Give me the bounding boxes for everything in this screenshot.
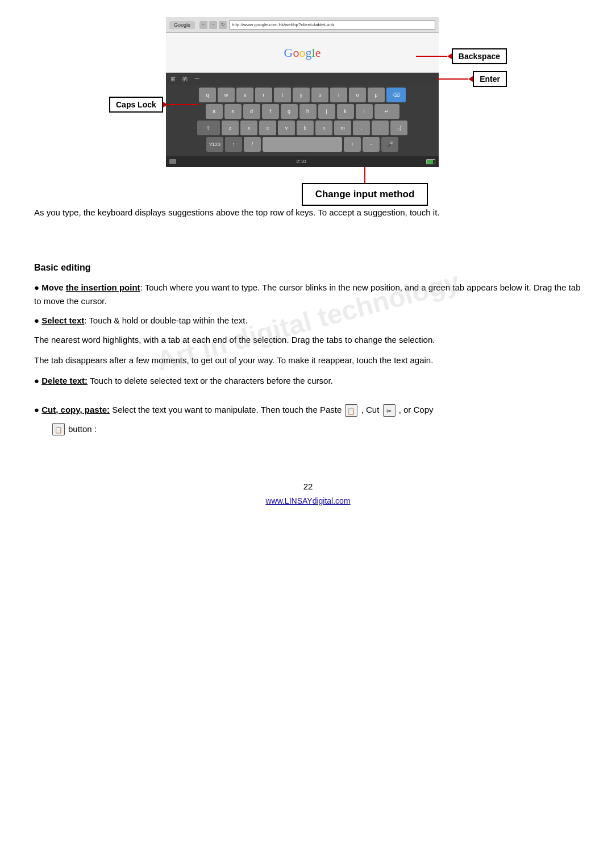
backspace-arrow-head [447, 53, 452, 59]
suggestion-1[interactable]: 前 [170, 76, 176, 83]
key-row-2: a s d f g h j k l ↵ [168, 104, 436, 119]
copy-button-line: 📋 button : [51, 422, 582, 436]
key-row-1: q w e r t y u i o p ⌫ [168, 88, 436, 102]
change-input-arrow-line [364, 167, 365, 183]
key-z[interactable]: z [222, 121, 239, 135]
key-q[interactable]: q [199, 88, 216, 102]
key-mic[interactable]: 🎤 [381, 137, 398, 152]
key-i[interactable]: i [330, 88, 347, 102]
key-v[interactable]: v [278, 121, 295, 135]
caps-lock-label: Caps Lock [109, 97, 163, 113]
key-h[interactable]: h [299, 104, 317, 119]
key-m[interactable]: m [334, 121, 351, 135]
key-y[interactable]: y [293, 88, 310, 102]
suggestion-2[interactable]: 的 [182, 76, 188, 83]
key-exclaim[interactable]: ! [344, 137, 361, 152]
key-dash[interactable]: - [363, 137, 380, 152]
cut-icon: ✂ [383, 404, 396, 417]
key-w[interactable]: w [218, 88, 235, 102]
backspace-arrow [416, 53, 452, 59]
key-comma[interactable]: , [353, 121, 370, 135]
term-insertion-point: the insertion point [66, 283, 140, 292]
suggestion-bar: 前 的 一 [166, 73, 439, 85]
caps-lock-label-group: Caps Lock [109, 97, 199, 113]
key-r[interactable]: r [255, 88, 272, 102]
key-t[interactable]: t [274, 88, 291, 102]
key-lang[interactable]: ↑ [225, 137, 242, 152]
wifi-icon [169, 159, 176, 164]
key-slash[interactable]: / [244, 137, 261, 152]
key-backspace[interactable]: ⌫ [386, 88, 406, 102]
key-space[interactable] [263, 137, 342, 152]
key-n[interactable]: n [315, 121, 332, 135]
cut-middle-text: , Cut [361, 405, 382, 414]
caps-arrow-head [163, 102, 168, 107]
forward-button[interactable]: → [209, 21, 217, 29]
key-x[interactable]: x [240, 121, 257, 135]
keyboard-diagram-wrapper: Google ← → ↻ http://www.google.com.hk/we… [34, 17, 582, 206]
key-row-3: ⇧ z x c v b n m , . :-) [168, 121, 436, 135]
bullet-delete-rest: Touch to delete selected text or the cha… [88, 376, 333, 385]
key-u[interactable]: u [311, 88, 328, 102]
key-emoji[interactable]: :-) [390, 121, 407, 135]
copy-icon: 📋 [52, 423, 65, 435]
key-f[interactable]: f [262, 104, 279, 119]
battery-icon [426, 159, 435, 164]
section-heading-basic-editing: Basic editing [34, 263, 582, 273]
key-k[interactable]: k [337, 104, 354, 119]
key-s[interactable]: s [224, 104, 242, 119]
keyboard-and-labels: Google ← → ↻ http://www.google.com.hk/we… [109, 17, 507, 167]
google-logo: Google [284, 45, 321, 60]
bullet-delete-text: Delete text: Touch to delete selected te… [34, 374, 582, 388]
key-c[interactable]: c [259, 121, 276, 135]
bullet-select-text: Select text: Touch & hold or double-tap … [34, 314, 582, 327]
backspace-label: Backspace [452, 48, 507, 64]
cut-intro-text: Select the text you want to manipulate. … [112, 405, 342, 414]
key-a[interactable]: a [206, 104, 223, 119]
key-num[interactable]: ?123 [206, 137, 223, 152]
key-period[interactable]: . [372, 121, 389, 135]
key-shift[interactable]: ⇧ [197, 121, 220, 135]
refresh-button[interactable]: ↻ [219, 21, 227, 29]
key-l[interactable]: l [356, 104, 373, 119]
enter-label-group: Enter [437, 71, 507, 87]
tab-label: Google [174, 22, 190, 28]
caps-arrow [163, 102, 199, 107]
bullet-select-rest: : Touch & hold or double-tap within the … [84, 316, 247, 325]
web-content: Google [166, 33, 439, 73]
paste-icon: 📋 [345, 404, 357, 417]
browser-nav: ← → ↻ [199, 21, 227, 29]
key-e[interactable]: e [236, 88, 253, 102]
status-left [169, 159, 176, 164]
caps-arrow-line [168, 104, 199, 105]
keyboard-body: q w e r t y u i o p ⌫ a [166, 85, 439, 156]
backspace-arrow-line [416, 56, 447, 57]
suggestion-3[interactable]: 一 [194, 76, 199, 83]
url-bar[interactable]: http://www.google.com.hk/webhp?client=ta… [229, 20, 435, 30]
change-input-wrapper: Change input method [302, 167, 428, 206]
url-text: http://www.google.com.hk/webhp?client=ta… [232, 22, 334, 27]
key-enter[interactable]: ↵ [374, 104, 399, 119]
keyboard-screenshot: Google ← → ↻ http://www.google.com.hk/we… [166, 17, 439, 167]
cut-end-text: , or Copy [399, 405, 434, 414]
page-container: Google ← → ↻ http://www.google.com.hk/we… [0, 0, 616, 859]
term-move: Move [41, 283, 66, 292]
content-section: Art in digital technology As you type, t… [34, 206, 582, 436]
intro-paragraph: As you type, the keyboard displays sugge… [34, 206, 582, 219]
button-label-text: button : [68, 422, 97, 436]
key-d[interactable]: d [243, 104, 260, 119]
status-bar: 2:10 [166, 156, 439, 167]
key-o[interactable]: o [349, 88, 366, 102]
browser-tab: Google [169, 21, 195, 29]
key-j[interactable]: j [318, 104, 335, 119]
paragraph-tab-disappears: The tab disappears after a few moments, … [34, 354, 582, 367]
footer-link[interactable]: www.LINSAYdigital.com [265, 496, 350, 505]
key-b[interactable]: b [297, 121, 314, 135]
term-cut: Cut, copy, paste: [41, 405, 110, 414]
key-g[interactable]: g [281, 104, 298, 119]
key-p[interactable]: p [368, 88, 385, 102]
status-time: 2:10 [296, 159, 306, 164]
key-row-4: ?123 ↑ / ! - 🎤 [168, 137, 436, 152]
backspace-label-group: Backspace [416, 48, 507, 64]
back-button[interactable]: ← [199, 21, 207, 29]
